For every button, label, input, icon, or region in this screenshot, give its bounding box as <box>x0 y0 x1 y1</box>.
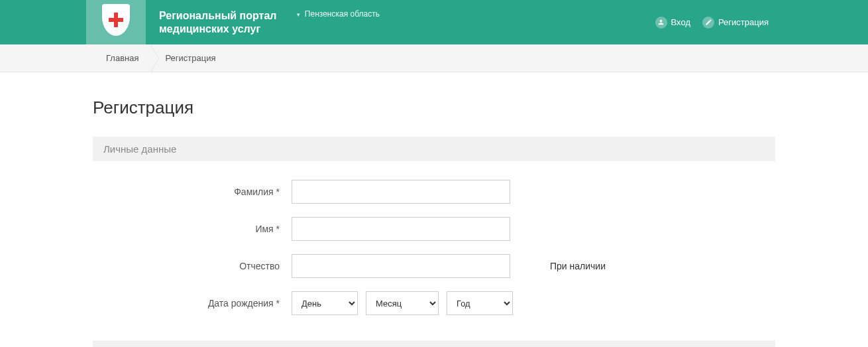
site-title-line2: медицинских услуг <box>159 23 277 36</box>
content: Регистрация Личные данные Фамилия * Имя … <box>93 72 775 347</box>
breadcrumb: Главная Регистрация <box>0 44 868 72</box>
header-right: Вход Регистрация <box>655 17 769 29</box>
select-year[interactable]: Год <box>447 291 513 315</box>
user-icon <box>655 17 667 29</box>
input-firstname[interactable] <box>292 217 510 241</box>
site-title-line1: Региональный портал <box>159 9 277 23</box>
logo[interactable] <box>86 0 146 44</box>
label-lastname: Фамилия * <box>93 186 292 197</box>
label-firstname: Имя * <box>93 224 292 234</box>
row-lastname: Фамилия * <box>93 180 775 204</box>
form-personal: Фамилия * Имя * Отчество При наличии Дат… <box>93 161 775 340</box>
select-day[interactable]: День <box>292 291 358 315</box>
hint-patronymic: При наличии <box>550 261 606 271</box>
shield-icon <box>102 4 130 36</box>
login-link[interactable]: Вход <box>655 17 690 29</box>
breadcrumb-current: Регистрация <box>152 44 229 72</box>
section-personal-header: Личные данные <box>93 137 775 161</box>
label-dob: Дата рождения * <box>93 298 292 309</box>
select-month[interactable]: Месяц <box>366 291 439 315</box>
section-address-header: Фактический адрес и полис <box>93 340 775 347</box>
login-label: Вход <box>671 17 690 27</box>
breadcrumb-home-label: Главная <box>106 53 138 63</box>
page-title: Регистрация <box>93 98 775 118</box>
breadcrumb-current-label: Регистрация <box>165 53 215 63</box>
site-title: Региональный портал медицинских услуг <box>159 9 277 36</box>
input-lastname[interactable] <box>292 180 510 204</box>
register-label: Регистрация <box>718 17 769 27</box>
dob-selects: День Месяц Год <box>292 291 513 315</box>
register-link[interactable]: Регистрация <box>702 17 769 29</box>
label-patronymic: Отчество <box>93 261 292 271</box>
breadcrumb-home[interactable]: Главная <box>93 44 152 72</box>
header-inner: Региональный портал медицинских услуг Пе… <box>86 0 769 44</box>
row-dob: Дата рождения * День Месяц Год <box>93 291 775 315</box>
region-selector[interactable]: Пензенская область <box>297 9 380 19</box>
row-firstname: Имя * <box>93 217 775 241</box>
input-patronymic[interactable] <box>292 254 510 278</box>
header: Региональный портал медицинских услуг Пе… <box>0 0 868 44</box>
pencil-icon <box>702 17 714 29</box>
row-patronymic: Отчество При наличии <box>93 254 775 278</box>
cross-icon <box>109 13 123 27</box>
region-label: Пензенская область <box>305 9 380 19</box>
breadcrumb-inner: Главная Регистрация <box>93 44 775 72</box>
